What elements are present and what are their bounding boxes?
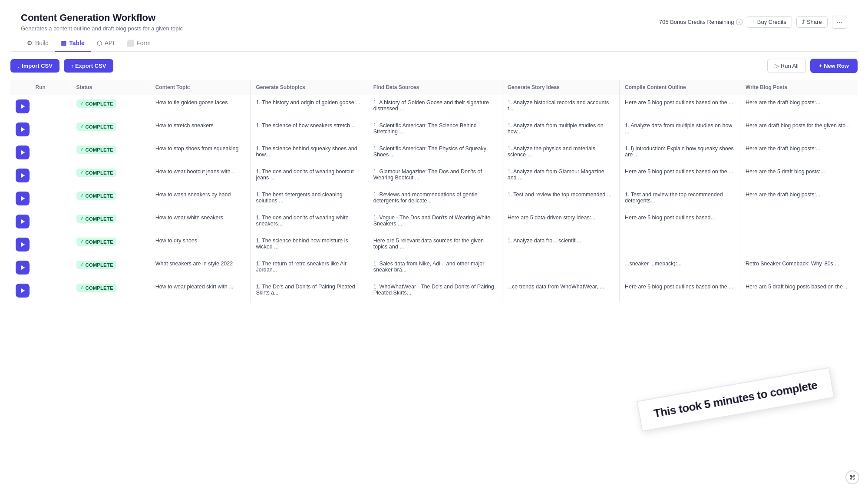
topic-cell: How to wear pleated skirt with ... — [150, 279, 251, 302]
more-options-button[interactable]: ··· — [832, 16, 847, 29]
import-csv-button[interactable]: ↓ Import CSV — [10, 59, 59, 73]
run-cell — [10, 141, 71, 164]
data-sources-cell: 1. Vogue - The Dos and Don'ts of Wearing… — [368, 210, 502, 233]
check-icon: ✓ — [80, 285, 84, 291]
outline-cell: 1. Test and review the top recommended d… — [620, 187, 740, 210]
toolbar-left: ↓ Import CSV ↑ Export CSV — [10, 59, 113, 73]
data-sources-cell: 1. Reviews and recommendations of gentle… — [368, 187, 502, 210]
run-button[interactable] — [16, 261, 30, 275]
credits-label: 705 Bonus Credits Remaining — [659, 19, 734, 25]
run-cell — [10, 256, 71, 279]
status-badge: ✓COMPLETE — [76, 192, 117, 200]
subtopics-cell: 1. The science of how sneakers stretch .… — [251, 118, 368, 141]
table-row: ✓COMPLETEHow to wear white sneakers1. Th… — [10, 210, 858, 233]
tab-bar: ⚙ Build ▦ Table ⬡ API ⬜ Form — [10, 35, 858, 52]
story-ideas-cell: Here are 5 data-driven story ideas:... — [502, 210, 619, 233]
story-ideas-cell: 1. Test and review the top recommended .… — [502, 187, 619, 210]
run-button[interactable] — [16, 215, 30, 228]
story-ideas-cell: ...ce trends data from WhoWhatWear, ... — [502, 279, 619, 302]
blog-posts-cell: Here are draft blog posts for the given … — [740, 118, 858, 141]
col-header-run: Run — [10, 80, 71, 95]
topic-cell: How to wear bootcut jeans with... — [150, 164, 251, 187]
run-button[interactable] — [16, 238, 30, 251]
table-wrapper: Run Status Content Topic Generate Subtop… — [0, 80, 868, 313]
data-sources-cell: 1. A history of Golden Goose and their s… — [368, 95, 502, 118]
outline-cell: 1. Analyze data from multiple studies on… — [620, 118, 740, 141]
status-badge: ✓COMPLETE — [76, 122, 117, 131]
tab-table[interactable]: ▦ Table — [55, 35, 91, 52]
blog-posts-cell — [740, 210, 858, 233]
tab-form[interactable]: ⬜ Form — [120, 35, 157, 52]
run-cell — [10, 279, 71, 302]
run-button[interactable] — [16, 192, 30, 205]
app-subtitle: Generates a content outline and draft bl… — [21, 25, 183, 32]
tab-build-label: Build — [35, 40, 49, 46]
blog-posts-cell: Here are the draft blog posts:... — [740, 141, 858, 164]
topic-cell: How to wash sneakers by hand — [150, 187, 251, 210]
table-icon: ▦ — [61, 40, 66, 46]
topic-cell: How to stop shoes from squeaking — [150, 141, 251, 164]
table-row: ✓COMPLETEHow to wear bootcut jeans with.… — [10, 164, 858, 187]
share-icon: ⤴ — [802, 19, 805, 25]
blog-posts-cell: Here are the draft blog posts:... — [740, 95, 858, 118]
status-cell: ✓COMPLETE — [71, 210, 150, 233]
subtopics-cell: 1. The best detergents and cleaning solu… — [251, 187, 368, 210]
tab-form-label: Form — [136, 40, 151, 46]
credits-area: 705 Bonus Credits Remaining i + Buy Cred… — [659, 16, 847, 29]
topic-cell: How to wear white sneakers — [150, 210, 251, 233]
api-icon: ⬡ — [97, 40, 102, 46]
run-button[interactable] — [16, 284, 30, 298]
data-sources-cell: 1. Glamour Magazine: The Dos and Don'ts … — [368, 164, 502, 187]
outline-cell: 1. i) Introduction: Explain how squeaky … — [620, 141, 740, 164]
subtopics-cell: 1. The science behind squeaky shoes and … — [251, 141, 368, 164]
title-area: Content Generation Workflow Generates a … — [21, 12, 183, 32]
run-button[interactable] — [16, 122, 30, 136]
data-sources-cell: Here are 5 relevant data sources for the… — [368, 233, 502, 256]
run-cell — [10, 95, 71, 118]
status-badge: ✓COMPLETE — [76, 99, 117, 108]
run-cell — [10, 118, 71, 141]
new-row-button[interactable]: + New Row — [810, 59, 858, 73]
check-icon: ✓ — [80, 101, 84, 106]
outline-cell — [620, 233, 740, 256]
status-cell: ✓COMPLETE — [71, 279, 150, 302]
data-sources-cell: 1. WhoWhatWear - The Do's and Don'ts of … — [368, 279, 502, 302]
status-cell: ✓COMPLETE — [71, 233, 150, 256]
topic-cell: How to dry shoes — [150, 233, 251, 256]
info-icon[interactable]: i — [736, 19, 743, 25]
blog-posts-cell — [740, 233, 858, 256]
share-button[interactable]: ⤴ Share — [796, 16, 828, 28]
col-header-status: Status — [71, 80, 150, 95]
run-button[interactable] — [16, 169, 30, 182]
outline-cell: Here are 5 blog post outlines based on t… — [620, 279, 740, 302]
subtopics-cell: 1. The science behind how moisture is wi… — [251, 233, 368, 256]
table-row: ✓COMPLETEHow to stop shoes from squeakin… — [10, 141, 858, 164]
check-icon: ✓ — [80, 124, 84, 129]
status-cell: ✓COMPLETE — [71, 141, 150, 164]
form-icon: ⬜ — [126, 40, 134, 46]
blog-posts-cell: Here are the 5 draft blog posts:... — [740, 164, 858, 187]
topic-cell: How to tie golden goose laces — [150, 95, 251, 118]
status-badge: ✓COMPLETE — [76, 146, 117, 154]
run-cell — [10, 164, 71, 187]
run-button[interactable] — [16, 146, 30, 159]
status-cell: ✓COMPLETE — [71, 164, 150, 187]
topic-cell: What sneakers are in style 2022 — [150, 256, 251, 279]
story-ideas-cell — [502, 256, 619, 279]
buy-credits-button[interactable]: + Buy Credits — [747, 16, 792, 28]
run-all-button[interactable]: ▷ Run All — [767, 59, 806, 73]
subtopics-cell: 1. The dos and don'ts of wearing bootcut… — [251, 164, 368, 187]
tab-table-label: Table — [69, 40, 85, 46]
col-header-data: Find Data Sources — [368, 80, 502, 95]
topic-cell: How to stretch sneakers — [150, 118, 251, 141]
subtopics-cell: 1. The Do's and Don'ts of Pairing Pleate… — [251, 279, 368, 302]
tab-api[interactable]: ⬡ API — [91, 35, 121, 52]
blog-posts-cell: Retro Sneaker Comeback: Why '80s ... — [740, 256, 858, 279]
table-row: ✓COMPLETEHow to wear pleated skirt with … — [10, 279, 858, 302]
export-csv-button[interactable]: ↑ Export CSV — [64, 59, 113, 73]
subtopics-cell: 1. The dos and don'ts of wearing white s… — [251, 210, 368, 233]
run-button[interactable] — [16, 99, 30, 113]
build-icon: ⚙ — [27, 40, 33, 46]
tab-build[interactable]: ⚙ Build — [21, 35, 55, 52]
table-row: ✓COMPLETEHow to stretch sneakers1. The s… — [10, 118, 858, 141]
